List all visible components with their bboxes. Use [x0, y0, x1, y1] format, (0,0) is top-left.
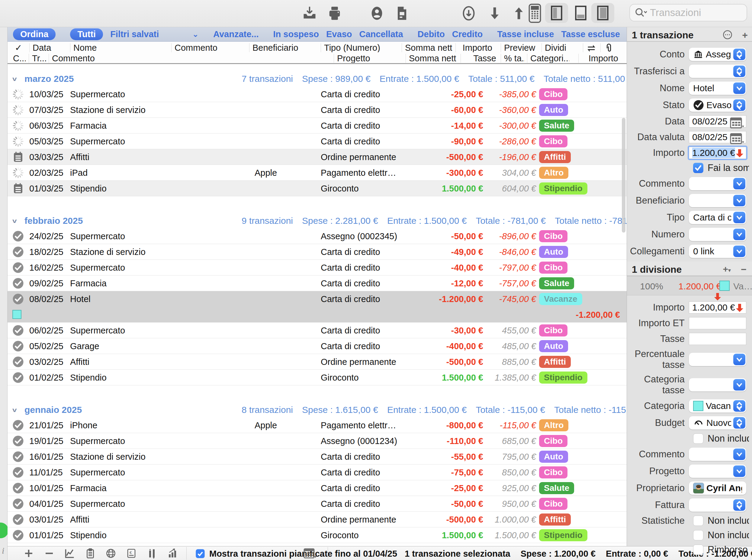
transaction-row[interactable]: 06/02/25 Supermercato Carta di credito -…	[7, 323, 627, 338]
stepper-control[interactable]	[733, 48, 745, 60]
pill-input[interactable]	[689, 177, 746, 190]
amount-input[interactable]	[689, 317, 746, 329]
col-subheader[interactable]: C...	[10, 54, 26, 63]
transaction-row[interactable]: 11/01/25 Supermercato Carta di credito -…	[7, 464, 627, 480]
col-subheader[interactable]: Tr...	[29, 54, 46, 63]
remove-transaction-button[interactable]	[41, 547, 57, 559]
dropdown-control[interactable]	[733, 229, 745, 240]
planned-date-picker[interactable]	[304, 548, 318, 560]
dropdown-control[interactable]	[733, 195, 745, 206]
transaction-row[interactable]: 01/02/25 Stipendio Giroconto 1.500,00 € …	[7, 370, 627, 385]
paperclip-icon[interactable]	[601, 43, 615, 52]
dropdown-control[interactable]	[733, 82, 745, 94]
stepper-control[interactable]	[733, 65, 745, 77]
import-circle-icon[interactable]	[460, 4, 478, 22]
actions-menu-icon[interactable]	[723, 29, 733, 42]
pill-input[interactable]	[689, 228, 746, 241]
col-header[interactable]: Somma netta	[402, 43, 452, 52]
amount-input[interactable]	[689, 333, 746, 345]
col-subheader[interactable]: Importo	[578, 54, 618, 63]
transaction-row[interactable]: 10/03/25 Supermercato Carta di credito -…	[7, 86, 627, 102]
col-subheader[interactable]: % ta...	[501, 54, 525, 63]
filter-tax-excluded[interactable]: Tasse escluse	[561, 29, 620, 39]
report-icon[interactable]	[393, 4, 411, 22]
transaction-row[interactable]: 16/02/25 Supermercato Carta di credito -…	[7, 260, 627, 276]
stepper-control[interactable]	[733, 417, 745, 428]
disclosure-chevron-icon[interactable]: v	[13, 406, 17, 414]
col-header[interactable]: Beneficiario	[249, 43, 318, 52]
date-input[interactable]: 08/02/25	[689, 115, 746, 127]
transaction-row[interactable]: 09/02/25 Farmacia Carta di credito -12,0…	[7, 276, 627, 291]
info-icon[interactable]: i	[2, 545, 4, 556]
sort-button[interactable]: Ordina	[13, 28, 56, 40]
col-header[interactable]: ✓	[12, 43, 26, 52]
filter-cleared[interactable]: Evaso	[326, 29, 352, 39]
pill-input[interactable]	[689, 378, 746, 392]
transaction-row[interactable]: 03/02/25 Affitti Ordine permanente -500,…	[7, 354, 627, 370]
pill-input[interactable]	[689, 448, 746, 461]
transaction-row[interactable]: 08/02/25 Hotel Carta di credito -1.200,0…	[7, 291, 627, 323]
col-subheader[interactable]: Progetto	[334, 54, 388, 63]
checkbox[interactable]	[693, 163, 704, 173]
pill-input[interactable]	[689, 498, 746, 512]
col-header[interactable]: Tipo (Numero)	[321, 43, 399, 52]
add-transaction-button[interactable]	[21, 547, 37, 559]
filter-all-button[interactable]: Tutti	[70, 28, 103, 40]
col-header[interactable]: Preview	[501, 43, 535, 52]
pill-input[interactable]: Carta di cred...	[689, 211, 746, 224]
transaction-row[interactable]: 02/03/25 iPad Apple Pagamento elettr… -3…	[7, 165, 627, 181]
pill-input[interactable]: Evaso	[689, 98, 746, 112]
amount-input[interactable]: 1.200,00 €	[689, 147, 746, 159]
checkbox[interactable]	[693, 434, 704, 444]
stepper-control[interactable]	[733, 499, 745, 511]
checkbox[interactable]	[693, 516, 704, 526]
division-summary-row[interactable]: 100% 1.200,00 € Va…	[627, 276, 752, 295]
search-input[interactable]: Transazioni	[629, 4, 747, 21]
saved-filters-dropdown[interactable]: Filtri salvati ⌄	[110, 29, 199, 39]
remove-division-icon[interactable]: −	[741, 264, 747, 275]
calendar-icon[interactable]	[730, 118, 744, 128]
disclosure-chevron-icon[interactable]: v	[13, 75, 17, 83]
pill-input[interactable]: Vacanze	[689, 399, 746, 413]
col-header[interactable]: Commento	[171, 43, 246, 52]
contact-icon[interactable]	[368, 4, 386, 22]
amount-input[interactable]: 1.200,00 €	[689, 301, 746, 314]
transaction-row[interactable]: 05/02/25 Garage Carta di credito -400,00…	[7, 338, 627, 354]
export-icon[interactable]	[301, 4, 319, 22]
date-input[interactable]: 08/02/25	[689, 131, 746, 143]
pill-input[interactable]	[689, 464, 746, 478]
transaction-row[interactable]: 16/01/25 Stazione di servizio Carta di c…	[7, 449, 627, 464]
dropdown-control[interactable]	[733, 245, 745, 257]
transaction-row[interactable]: 06/03/25 Farmacia Carta di credito -14,0…	[7, 118, 627, 134]
pill-input[interactable]	[689, 65, 746, 78]
pill-input[interactable]	[689, 353, 746, 366]
add-division-icon[interactable]: +▾	[723, 264, 731, 274]
stepper-control[interactable]	[733, 400, 745, 412]
clipboard-icon[interactable]	[82, 547, 98, 559]
dropdown-control[interactable]	[733, 448, 745, 460]
transaction-row[interactable]: 03/01/25 Affitti Ordine permanente -500,…	[7, 512, 627, 527]
filter-debit[interactable]: Debito	[418, 29, 445, 39]
dropdown-control[interactable]	[733, 178, 745, 189]
transaction-row[interactable]: 19/01/25 Supermercato Assegno (0001234) …	[7, 433, 627, 449]
transaction-row[interactable]: 03/03/25 Affitti Ordine permanente -500,…	[7, 149, 627, 165]
compare-bars-icon[interactable]	[144, 547, 160, 559]
col-subheader[interactable]: Commento	[48, 54, 139, 63]
pill-input[interactable]	[689, 194, 746, 207]
filter-cancelled[interactable]: Cancellata	[359, 29, 403, 39]
calculator-icon[interactable]	[524, 2, 546, 24]
euro-report-icon[interactable]: €	[123, 547, 139, 559]
stepper-control[interactable]	[733, 99, 745, 111]
pill-input[interactable]: 0 link	[689, 245, 746, 258]
dropdown-control[interactable]	[733, 212, 745, 223]
filter-advanced[interactable]: Avanzate...	[213, 29, 259, 39]
globe-icon[interactable]	[103, 547, 119, 559]
disclosure-chevron-icon[interactable]: v	[13, 217, 17, 225]
chart-icon[interactable]	[62, 547, 78, 559]
calendar-icon[interactable]	[730, 133, 744, 144]
move-down-icon[interactable]	[486, 4, 504, 22]
col-subheader[interactable]: Somma netta	[406, 54, 456, 63]
dropdown-control[interactable]	[733, 354, 745, 365]
print-icon[interactable]	[326, 4, 344, 22]
dropdown-control[interactable]	[733, 379, 745, 391]
